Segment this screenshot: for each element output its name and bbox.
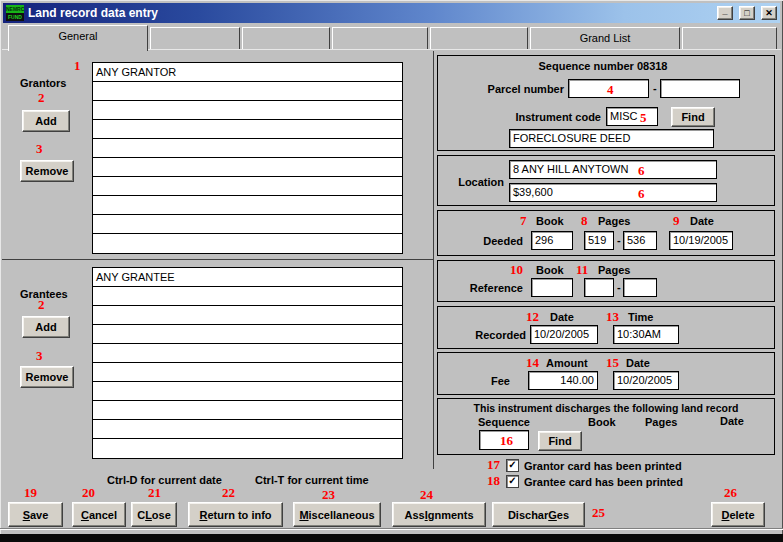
recorded-time-input[interactable]: 10:30AM [613, 325, 679, 344]
parcel-number-input-1[interactable]: 4 [568, 79, 649, 98]
instrument-description-value: FORECLOSURE DEED [513, 132, 630, 144]
return-to-info-label-rest: eturn to info [207, 509, 271, 521]
tab-7[interactable] [682, 27, 777, 49]
grantees-add-button[interactable]: Add [22, 316, 70, 338]
tab-5[interactable] [430, 27, 528, 49]
grantor-list-row[interactable] [93, 234, 402, 253]
discharge-book-header: Book [588, 416, 616, 428]
bottom-border-strip [0, 534, 783, 542]
grantors-add-button[interactable]: Add [22, 110, 70, 132]
fee-label: Fee [438, 375, 510, 387]
discharges-button[interactable]: DischarGes [492, 502, 585, 527]
fee-amount-header: Amount [546, 357, 588, 369]
grantors-add-label: Add [35, 115, 56, 127]
deeded-date-value: 10/19/2005 [673, 234, 728, 246]
minimize-icon: _ [722, 6, 727, 16]
deeded-page-to-input[interactable]: 536 [623, 231, 657, 250]
tab-3[interactable] [242, 27, 330, 49]
grantee-list-row[interactable] [93, 420, 402, 439]
deeded-book-header: Book [536, 215, 564, 227]
close-form-button[interactable]: CLose [131, 502, 177, 527]
grantor-list-row[interactable] [93, 101, 402, 120]
discharge-sequence-input[interactable]: 16 [479, 430, 529, 450]
deeded-book-input[interactable]: 296 [531, 231, 573, 250]
miscellaneous-button[interactable]: Miscellaneous [293, 502, 381, 527]
grantees-list: ANY GRANTEE [92, 267, 403, 459]
ctrl-d-hint: Ctrl-D for current date [107, 474, 222, 486]
recorded-label: Recorded [438, 329, 526, 341]
grantee-list-row[interactable] [93, 439, 402, 458]
recorded-date-input[interactable]: 10/20/2005 [530, 325, 598, 344]
maximize-button[interactable]: □ [739, 6, 755, 20]
save-button[interactable]: Save [8, 502, 63, 527]
annotation-25: 25 [592, 506, 605, 519]
grantee-list-row[interactable] [93, 401, 402, 420]
reference-group: 10 Book 11 Pages Reference - [437, 260, 775, 302]
grantee-list-row[interactable] [93, 344, 402, 363]
grantees-remove-label: Remove [26, 371, 69, 383]
grantees-remove-button[interactable]: Remove [20, 366, 74, 388]
grantor-list-row[interactable] [93, 158, 402, 177]
location-input-1[interactable]: 8 ANY HILL ANYTOWN 6 [509, 160, 717, 179]
title-bar[interactable]: NEMRC FUND Land record data entry _ □ ✕ [3, 3, 780, 23]
panel-divider-vertical [433, 51, 434, 469]
discharge-pages-header: Pages [645, 416, 677, 428]
delete-button[interactable]: Delete [711, 502, 765, 527]
grantor-list-row[interactable] [93, 139, 402, 158]
tab-general[interactable]: General [8, 25, 148, 51]
discharges-label-rest: es [557, 509, 569, 521]
instrument-find-button[interactable]: Find [671, 107, 715, 127]
grantor-list-row[interactable] [93, 196, 402, 215]
grantors-label: Grantors [20, 77, 66, 89]
return-to-info-button[interactable]: Return to info [188, 502, 283, 527]
grantor-printed-checkbox[interactable]: ✓ [506, 459, 519, 472]
check-icon: ✓ [508, 475, 516, 486]
tab-2[interactable] [150, 27, 240, 49]
location-input-2[interactable]: $39,600 6 [509, 183, 717, 202]
tab-4[interactable] [332, 27, 428, 49]
close-button[interactable]: ✕ [761, 6, 777, 20]
grantor-list-row[interactable] [93, 120, 402, 139]
reference-label: Reference [438, 282, 523, 294]
location-value-2: $39,600 [513, 186, 553, 198]
parcel-number-input-2[interactable] [660, 79, 740, 98]
grantors-remove-button[interactable]: Remove [20, 160, 74, 182]
fee-amount-input[interactable]: 140.00 [528, 371, 598, 390]
annotation-23: 23 [322, 488, 335, 501]
minimize-button[interactable]: _ [717, 6, 733, 20]
grantee-printed-checkbox[interactable]: ✓ [506, 475, 519, 488]
discharge-find-button[interactable]: Find [538, 431, 582, 451]
grantor-list-row[interactable]: ANY GRANTOR [93, 63, 402, 82]
recorded-date-value: 10/20/2005 [534, 328, 589, 340]
grantee-list-row[interactable] [93, 306, 402, 325]
tab-grand-list[interactable]: Grand List [530, 27, 680, 49]
grantor-list-row[interactable] [93, 82, 402, 101]
grantee-list-row[interactable]: ANY GRANTEE [93, 268, 402, 287]
discharge-date-header: Date [720, 415, 744, 427]
annotation-7: 7 [520, 214, 527, 227]
assignments-button[interactable]: AssIgnments [392, 502, 486, 527]
fee-date-value: 10/20/2005 [617, 374, 672, 386]
reference-page-from-input[interactable] [584, 278, 614, 297]
fee-amount-value: 140.00 [560, 374, 594, 386]
grantor-list-row[interactable] [93, 215, 402, 234]
grantee-list-row[interactable] [93, 287, 402, 306]
deeded-date-input[interactable]: 10/19/2005 [669, 231, 733, 250]
grantee-list-row[interactable] [93, 382, 402, 401]
instrument-description-input[interactable]: FORECLOSURE DEED [509, 129, 714, 148]
annotation-3-grantees: 3 [36, 349, 43, 362]
grantee-list-row[interactable] [93, 363, 402, 382]
reference-book-input[interactable] [531, 278, 573, 297]
delete-label-rest: elete [729, 509, 754, 521]
instrument-code-input[interactable]: MISC 5 [606, 107, 658, 126]
cancel-button[interactable]: Cancel [72, 502, 126, 527]
deeded-page-from-input[interactable]: 519 [584, 231, 614, 250]
reference-page-to-input[interactable] [623, 278, 657, 297]
cancel-accesskey: C [81, 509, 89, 521]
discharge-sequence-header: Sequence [478, 416, 530, 428]
grantee-list-row[interactable] [93, 325, 402, 344]
fee-date-input[interactable]: 10/20/2005 [613, 371, 679, 390]
grantor-list-row[interactable] [93, 177, 402, 196]
app-icon-top-text: NEMRC [6, 5, 24, 13]
close-form-accesskey: L [145, 509, 152, 521]
